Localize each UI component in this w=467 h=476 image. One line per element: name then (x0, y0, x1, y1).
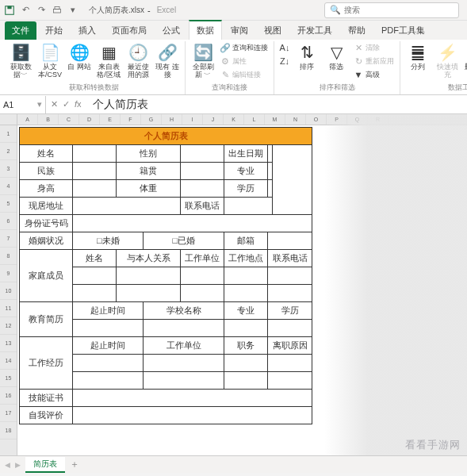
tab-data[interactable]: 数据 (189, 20, 222, 40)
filter-button[interactable]: ▽筛选 (322, 41, 350, 73)
col-header[interactable]: R (368, 114, 389, 125)
tab-home[interactable]: 开始 (38, 21, 70, 40)
label-work-time[interactable]: 起止时间 (73, 337, 144, 355)
col-header[interactable]: D (79, 114, 100, 125)
row-header[interactable]: 17 (0, 405, 17, 422)
row-header[interactable]: 3 (0, 160, 17, 178)
row-header[interactable]: 1 (0, 125, 17, 143)
label-work-pos[interactable]: 职务 (224, 337, 268, 355)
option-married[interactable]: □已婚 (144, 232, 224, 250)
label-ethnic[interactable]: 民族 (20, 163, 73, 180)
label-family[interactable]: 家庭成员 (20, 250, 73, 302)
label-marital[interactable]: 婚姻状况 (20, 232, 73, 250)
label-skills[interactable]: 技能证书 (20, 390, 73, 407)
row-header[interactable]: 7 (0, 230, 17, 248)
label-fam-phone[interactable]: 联系电话 (268, 250, 312, 267)
from-table-button[interactable]: ▦来自表 格/区域 (94, 41, 123, 81)
col-header[interactable]: N (285, 114, 306, 125)
formula-input[interactable]: 个人简历表 (86, 98, 467, 112)
col-header[interactable]: B (38, 114, 59, 125)
cancel-icon[interactable]: ✕ (51, 99, 58, 109)
qat-customize-icon[interactable]: ▾ (67, 4, 79, 17)
search-input[interactable] (344, 6, 454, 14)
row-header[interactable]: 2 (0, 143, 17, 160)
tab-insert[interactable]: 插入 (71, 21, 103, 40)
col-header[interactable]: K (224, 114, 244, 125)
label-height[interactable]: 身高 (20, 180, 73, 198)
sort-desc-button[interactable]: Z↓ (278, 55, 292, 67)
col-header[interactable]: H (162, 114, 182, 125)
label-major[interactable]: 专业 (224, 163, 268, 180)
col-header[interactable]: L (244, 114, 265, 125)
existing-conn-button[interactable]: 🔗现有 连接 (153, 41, 182, 81)
label-id[interactable]: 身份证号码 (20, 215, 73, 232)
row-header[interactable]: 15 (0, 370, 17, 387)
label-gender[interactable]: 性别 (117, 145, 181, 163)
row-header[interactable]: 6 (0, 213, 17, 230)
label-email[interactable]: 邮箱 (224, 232, 268, 250)
row-header[interactable]: 14 (0, 352, 17, 370)
print-icon[interactable] (51, 4, 63, 17)
sheet-nav-next-icon[interactable]: ▶ (15, 461, 21, 469)
label-weight[interactable]: 体重 (117, 180, 181, 198)
label-phone[interactable]: 联系电话 (181, 198, 224, 215)
col-header[interactable]: P (327, 114, 347, 125)
row-header[interactable]: 4 (0, 178, 17, 195)
row-header[interactable]: 12 (0, 317, 17, 335)
row-header[interactable]: 8 (0, 248, 17, 265)
save-icon[interactable] (3, 4, 16, 17)
from-text-button[interactable]: 📄从文 本/CSV (36, 41, 64, 81)
label-name[interactable]: 姓名 (20, 145, 73, 163)
col-header[interactable]: A (17, 114, 38, 125)
col-header[interactable]: E (100, 114, 121, 125)
tab-file[interactable]: 文件 (5, 21, 36, 40)
queries-button[interactable]: 🔗查询和连接 (218, 41, 270, 54)
form-title[interactable]: 个人简历表 (20, 128, 312, 145)
undo-icon[interactable]: ↶ (19, 4, 32, 17)
row-header[interactable]: 10 (0, 282, 17, 300)
row-header[interactable]: 18 (0, 422, 17, 440)
photo-cell[interactable] (273, 145, 312, 215)
label-work-hist[interactable]: 工作经历 (20, 337, 73, 390)
col-header[interactable]: I (182, 114, 203, 125)
label-edu-school[interactable]: 学校名称 (144, 302, 224, 320)
tab-pdf[interactable]: PDF工具集 (374, 21, 432, 40)
advanced-filter-button[interactable]: ▼高级 (351, 68, 396, 81)
row-header[interactable]: 11 (0, 300, 17, 317)
recent-sources-button[interactable]: 🕘最近使 用的源 (124, 41, 152, 81)
enter-icon[interactable]: ✓ (63, 99, 70, 109)
tab-review[interactable]: 审阅 (224, 21, 255, 40)
label-work-unit[interactable]: 工作单位 (144, 337, 224, 355)
col-header[interactable]: J (203, 114, 224, 125)
tab-formulas[interactable]: 公式 (155, 21, 187, 40)
tab-help[interactable]: 帮助 (341, 21, 373, 40)
col-header[interactable]: F (121, 114, 141, 125)
select-all-corner[interactable] (0, 114, 17, 125)
label-fam-unit[interactable]: 工作单位 (181, 250, 224, 267)
label-fam-rel[interactable]: 与本人关系 (117, 250, 181, 267)
row-header[interactable]: 5 (0, 195, 17, 213)
sort-button[interactable]: ⇅排序 (293, 41, 321, 73)
label-edu-degree[interactable]: 学历 (268, 302, 312, 320)
label-work-reason[interactable]: 离职原因 (268, 337, 312, 355)
label-edu-time[interactable]: 起止时间 (73, 302, 144, 320)
get-data-button[interactable]: 🗄️获取数 据﹀ (6, 41, 35, 81)
sheet-nav-prev-icon[interactable]: ◀ (5, 461, 10, 469)
remove-duplicates-button[interactable]: 🗑删除 重复值 (462, 41, 467, 81)
col-header[interactable]: M (265, 114, 285, 125)
tab-developer[interactable]: 开发工具 (290, 21, 339, 40)
tab-view[interactable]: 视图 (257, 21, 289, 40)
col-header[interactable]: G (141, 114, 162, 125)
label-native[interactable]: 籍贯 (117, 163, 181, 180)
col-header[interactable]: C (59, 114, 79, 125)
fx-icon[interactable]: fx (75, 99, 82, 109)
sheet-canvas[interactable]: 个人简历表 姓名 性别 出生日期 民族 籍贯 专业 身高 体重 学历 (17, 125, 467, 455)
col-header[interactable]: O (306, 114, 327, 125)
option-unmarried[interactable]: □未婚 (73, 232, 144, 250)
label-education[interactable]: 学历 (224, 180, 268, 198)
from-web-button[interactable]: 🌐自 网站 (65, 41, 94, 73)
text-to-columns-button[interactable]: ䷀分列 (404, 41, 432, 73)
row-header[interactable]: 9 (0, 265, 17, 282)
label-edu-hist[interactable]: 教育简历 (20, 302, 73, 337)
label-address[interactable]: 现居地址 (20, 198, 73, 215)
